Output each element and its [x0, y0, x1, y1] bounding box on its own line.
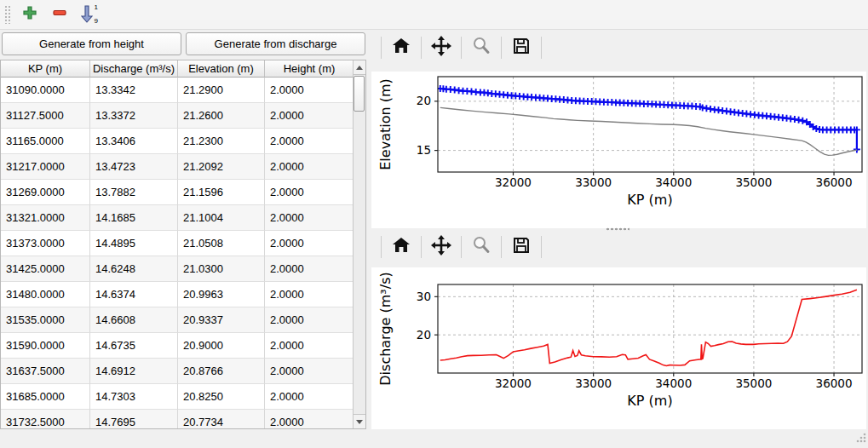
column-header-elevation[interactable]: Elevation (m) [178, 60, 265, 78]
separator [381, 236, 382, 258]
floppy-disk-icon [512, 236, 531, 258]
cell-height[interactable]: 2.0000 [265, 333, 354, 359]
elevation-chart[interactable]: 32000330003400035000360001520KP (m)Eleva… [371, 72, 866, 228]
magnifier-icon [472, 236, 491, 258]
separator [461, 37, 462, 59]
cell-kp[interactable]: 31590.0000 [1, 333, 90, 359]
cell-kp[interactable]: 31090.0000 [1, 78, 90, 103]
cell-height[interactable]: 2.0000 [265, 103, 354, 129]
cell-height[interactable]: 2.0000 [265, 307, 354, 333]
cell-height[interactable]: 2.0000 [265, 129, 354, 154]
cell-discharge[interactable]: 14.4895 [90, 231, 178, 256]
pan-button[interactable] [429, 235, 453, 259]
generate-from-discharge-button[interactable]: Generate from discharge [186, 32, 365, 55]
series-water-elevation-markers [437, 85, 860, 152]
cell-height[interactable]: 2.0000 [265, 78, 354, 103]
cell-height[interactable]: 2.0000 [265, 231, 354, 256]
column-header-height[interactable]: Height (m) [265, 60, 354, 78]
cell-kp[interactable]: 31480.0000 [1, 282, 90, 307]
column-header-discharge[interactable]: Discharge (m³/s) [90, 60, 178, 78]
cell-discharge[interactable]: 14.1685 [90, 205, 178, 231]
zoom-button[interactable] [469, 36, 493, 60]
cell-elevation[interactable]: 21.2600 [178, 103, 265, 129]
cell-kp[interactable]: 31685.0000 [1, 384, 90, 410]
x-tick-label: 36000 [816, 376, 853, 390]
pan-button[interactable] [429, 36, 453, 60]
plus-icon [22, 5, 37, 24]
add-row-button[interactable] [18, 3, 42, 26]
cell-height[interactable]: 2.0000 [265, 384, 354, 410]
save-button[interactable] [509, 36, 533, 60]
sort-ascending-button[interactable]: 1 9 [78, 3, 101, 26]
cell-kp[interactable]: 31321.0000 [1, 205, 90, 231]
cell-height[interactable]: 2.0000 [265, 180, 354, 205]
separator [541, 236, 542, 258]
cell-height[interactable]: 2.0000 [265, 256, 354, 282]
sort-badge-1: 1 [95, 3, 98, 11]
cell-discharge[interactable]: 14.6374 [90, 282, 178, 307]
cell-elevation[interactable]: 20.8250 [178, 384, 265, 410]
cell-height[interactable]: 2.0000 [265, 282, 354, 307]
cell-discharge[interactable]: 13.3406 [90, 129, 178, 154]
cell-discharge[interactable]: 13.3342 [90, 78, 178, 103]
cell-discharge[interactable]: 14.6735 [90, 333, 178, 359]
generate-from-height-button[interactable]: Generate from height [2, 32, 181, 55]
cell-discharge[interactable]: 14.6248 [90, 256, 178, 282]
cell-kp[interactable]: 31127.5000 [1, 103, 90, 129]
cell-kp[interactable]: 31165.0000 [1, 129, 90, 154]
cell-elevation[interactable]: 20.9000 [178, 333, 265, 359]
cell-discharge[interactable]: 13.4723 [90, 154, 178, 180]
x-tick-label: 34000 [655, 376, 692, 390]
cell-height[interactable]: 2.0000 [265, 205, 354, 231]
x-tick-label: 35000 [735, 376, 772, 390]
table-vertical-scrollbar[interactable] [353, 60, 365, 428]
cell-discharge[interactable]: 14.7303 [90, 384, 178, 410]
cell-height[interactable]: 2.0000 [265, 359, 354, 384]
cell-elevation[interactable]: 20.7734 [178, 410, 265, 429]
cell-elevation[interactable]: 21.0508 [178, 231, 265, 256]
scrollbar-thumb[interactable] [354, 76, 365, 112]
move-arrows-icon [431, 36, 451, 60]
cell-kp[interactable]: 31217.0000 [1, 154, 90, 180]
cell-elevation[interactable]: 21.2092 [178, 154, 265, 180]
cell-elevation[interactable]: 21.1004 [178, 205, 265, 231]
save-button[interactable] [509, 235, 533, 259]
cell-elevation[interactable]: 21.2900 [178, 78, 265, 103]
separator [421, 236, 422, 258]
cell-kp[interactable]: 31269.0000 [1, 180, 90, 205]
column-header-kp[interactable]: KP (m) [1, 60, 90, 78]
cell-kp[interactable]: 31373.0000 [1, 231, 90, 256]
cell-discharge[interactable]: 14.7695 [90, 410, 178, 429]
home-button[interactable] [389, 235, 413, 259]
table-row: 31590.000014.673520.90002.0000 [1, 333, 365, 359]
scroll-down-button[interactable] [354, 414, 365, 428]
cell-elevation[interactable]: 20.9337 [178, 307, 265, 333]
cell-elevation[interactable]: 21.1596 [178, 180, 265, 205]
cell-discharge[interactable]: 14.6912 [90, 359, 178, 384]
cell-kp[interactable]: 31637.5000 [1, 359, 90, 384]
cell-discharge[interactable]: 14.6608 [90, 307, 178, 333]
zoom-button[interactable] [469, 235, 493, 259]
cell-kp[interactable]: 31535.0000 [1, 307, 90, 333]
cell-elevation[interactable]: 21.2300 [178, 129, 265, 154]
discharge-chart[interactable]: 32000330003400035000360002030KP (m)Disch… [371, 267, 866, 429]
scroll-up-button[interactable] [354, 60, 365, 75]
cell-elevation[interactable]: 20.8766 [178, 359, 265, 384]
table-row: 31127.500013.337221.26002.0000 [1, 103, 365, 129]
cell-kp[interactable]: 31425.0000 [1, 256, 90, 282]
cell-elevation[interactable]: 20.9963 [178, 282, 265, 307]
home-button[interactable] [389, 36, 413, 60]
remove-row-button[interactable] [48, 3, 72, 26]
cell-discharge[interactable]: 13.7882 [90, 180, 178, 205]
cell-elevation[interactable]: 21.0300 [178, 256, 265, 282]
cell-height[interactable]: 2.0000 [265, 154, 354, 180]
cell-kp[interactable]: 31732.5000 [1, 410, 90, 429]
cell-discharge[interactable]: 13.3372 [90, 103, 178, 129]
resize-grip[interactable] [854, 431, 866, 446]
cell-height[interactable]: 2.0000 [265, 410, 354, 429]
x-axis-label: KP (m) [627, 393, 672, 409]
toolbar-drag-handle[interactable] [4, 5, 11, 24]
sort-badge-9: 9 [95, 17, 98, 25]
splitter-handle[interactable] [606, 227, 629, 231]
table-body: 31090.000013.334221.29002.000031127.5000… [1, 78, 365, 429]
